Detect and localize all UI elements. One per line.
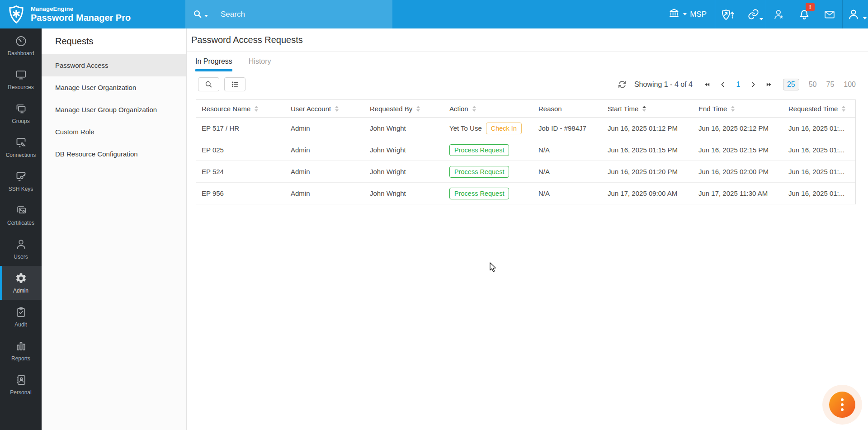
top-bar: ManageEngine Password Manager Pro bbox=[0, 0, 868, 28]
page-size-selector: 25 50 75 100 bbox=[783, 79, 856, 90]
pagination: Showing 1 - 4 of 4 1 25 50 75 100 bbox=[618, 79, 856, 90]
list-icon bbox=[231, 80, 239, 89]
sort-icon[interactable] bbox=[416, 106, 420, 112]
sort-icon[interactable] bbox=[842, 106, 845, 112]
column-header-start-time[interactable]: Start Time bbox=[602, 105, 693, 113]
cell-resource-name: EP 956 bbox=[196, 189, 285, 197]
subsidebar-item-db-resource-configuration[interactable]: DB Resource Configuration bbox=[42, 143, 186, 165]
sort-icon[interactable] bbox=[731, 106, 735, 112]
sidebar-item-users[interactable]: Users bbox=[0, 232, 42, 266]
sidebar-item-ssh-keys[interactable]: SSH Keys bbox=[0, 164, 42, 198]
column-chooser-button[interactable] bbox=[224, 77, 245, 91]
monitor-key-icon bbox=[15, 170, 27, 183]
subsidebar-item-custom-role[interactable]: Custom Role bbox=[42, 121, 186, 143]
page-size-25[interactable]: 25 bbox=[783, 79, 799, 90]
action-status-text: Yet To Use bbox=[449, 124, 482, 132]
last-page-button[interactable] bbox=[761, 81, 777, 88]
notification-badge: ! bbox=[806, 3, 815, 11]
column-header-user-account[interactable]: User Account bbox=[285, 105, 364, 113]
sort-icon-active-asc[interactable] bbox=[642, 106, 646, 112]
process-request-button[interactable]: Process Request bbox=[449, 166, 509, 178]
upgrade-shield-icon[interactable] bbox=[715, 0, 741, 28]
brand-line1: ManageEngine bbox=[31, 5, 131, 12]
table-row: EP 517 / HR Admin John Wright Yet To Use… bbox=[196, 118, 855, 139]
prev-page-button[interactable] bbox=[715, 81, 731, 88]
sidebar-item-reports[interactable]: Reports bbox=[0, 334, 42, 368]
sidebar-item-groups[interactable]: Groups bbox=[0, 96, 42, 130]
org-selector-label: MSP bbox=[690, 10, 707, 19]
process-request-button[interactable]: Process Request bbox=[449, 188, 509, 199]
user-star-icon[interactable] bbox=[766, 0, 792, 28]
first-page-button[interactable] bbox=[700, 81, 715, 88]
cell-reason: N/A bbox=[533, 146, 602, 154]
tab-history[interactable]: History bbox=[249, 57, 271, 71]
contact-book-icon bbox=[15, 374, 27, 386]
column-header-requested-by[interactable]: Requested By bbox=[364, 105, 443, 113]
monitor-icon bbox=[15, 69, 27, 81]
cell-requested-time: Jun 16, 2025 01:... bbox=[783, 124, 855, 132]
sidebar-item-connections[interactable]: Connections bbox=[0, 130, 42, 164]
org-selector-caret-icon bbox=[683, 13, 687, 15]
sidebar-item-resources[interactable]: Resources bbox=[0, 62, 42, 96]
sort-icon[interactable] bbox=[472, 106, 476, 112]
quick-connect-link-icon[interactable] bbox=[741, 0, 766, 28]
sort-icon[interactable] bbox=[255, 106, 258, 112]
global-search[interactable] bbox=[185, 0, 392, 28]
sidebar-item-audit[interactable]: Audit bbox=[0, 300, 42, 334]
cell-end-time: Jun 16, 2025 02:15 PM bbox=[693, 146, 783, 154]
check-in-button[interactable]: Check In bbox=[486, 123, 522, 134]
refresh-button[interactable] bbox=[618, 80, 627, 89]
requests-table: Resource Name User Account Requested By … bbox=[196, 99, 856, 204]
cell-reason: N/A bbox=[533, 168, 602, 175]
column-header-end-time[interactable]: End Time bbox=[693, 105, 783, 113]
org-selector-msp[interactable]: MSP bbox=[660, 7, 715, 21]
cell-start-time: Jun 17, 2025 09:00 AM bbox=[602, 189, 693, 197]
subsidebar-item-password-access[interactable]: Password Access bbox=[42, 54, 186, 76]
mail-icon[interactable] bbox=[817, 0, 842, 28]
cell-start-time: Jun 16, 2025 01:12 PM bbox=[602, 124, 693, 132]
profile-user-icon[interactable] bbox=[843, 0, 868, 28]
cell-reason: N/A bbox=[533, 189, 602, 197]
sort-icon[interactable] bbox=[335, 106, 339, 112]
sidebar-item-dashboard[interactable]: Dashboard bbox=[0, 28, 42, 62]
fab-halo bbox=[822, 385, 862, 425]
page-size-50[interactable]: 50 bbox=[809, 80, 817, 89]
column-header-resource-name[interactable]: Resource Name bbox=[196, 105, 285, 113]
clipboard-check-icon bbox=[15, 306, 27, 318]
subsidebar-item-manage-user-organization[interactable]: Manage User Organization bbox=[42, 76, 186, 99]
next-page-button[interactable] bbox=[746, 81, 761, 88]
search-icon[interactable] bbox=[193, 9, 208, 19]
table-search-button[interactable] bbox=[198, 77, 219, 91]
column-header-reason: Reason bbox=[533, 105, 602, 113]
notifications-bell-icon[interactable]: ! bbox=[792, 0, 817, 28]
tab-in-progress[interactable]: In Progress bbox=[195, 57, 232, 71]
page-size-100[interactable]: 100 bbox=[844, 80, 856, 89]
monitor-dish-icon bbox=[15, 137, 27, 149]
cell-requested-time: Jun 16, 2025 01:... bbox=[783, 146, 855, 154]
cell-resource-name: EP 524 bbox=[196, 168, 285, 175]
refresh-icon bbox=[618, 80, 627, 89]
ellipsis-dot bbox=[841, 408, 844, 411]
column-header-requested-time[interactable]: Requested Time bbox=[783, 105, 855, 113]
ellipsis-dot bbox=[841, 398, 844, 401]
search-scope-caret-icon[interactable] bbox=[204, 15, 208, 17]
sidebar-item-admin[interactable]: Admin bbox=[0, 266, 42, 300]
bar-chart-icon bbox=[15, 340, 27, 352]
subsidebar-item-manage-user-group-organization[interactable]: Manage User Group Organization bbox=[42, 99, 186, 121]
process-request-button[interactable]: Process Request bbox=[449, 144, 509, 156]
table-row: EP 956 Admin John Wright Process Request… bbox=[196, 183, 855, 204]
cell-requested-by: John Wright bbox=[364, 146, 443, 154]
more-actions-fab[interactable] bbox=[829, 392, 855, 418]
page-size-75[interactable]: 75 bbox=[826, 80, 835, 89]
search-input[interactable] bbox=[221, 10, 370, 19]
sidebar-item-certificates[interactable]: Certificates bbox=[0, 198, 42, 232]
current-page[interactable]: 1 bbox=[731, 80, 746, 89]
cell-start-time: Jun 16, 2025 01:15 PM bbox=[602, 146, 693, 154]
table-row: EP 524 Admin John Wright Process Request… bbox=[196, 161, 855, 183]
column-header-action[interactable]: Action bbox=[443, 105, 533, 113]
secondary-sidebar: Requests Password Access Manage User Org… bbox=[42, 28, 187, 430]
cell-resource-name: EP 517 / HR bbox=[196, 124, 285, 132]
person-icon bbox=[15, 238, 27, 250]
sidebar-item-personal[interactable]: Personal bbox=[0, 368, 42, 402]
profile-caret-icon bbox=[863, 17, 867, 19]
